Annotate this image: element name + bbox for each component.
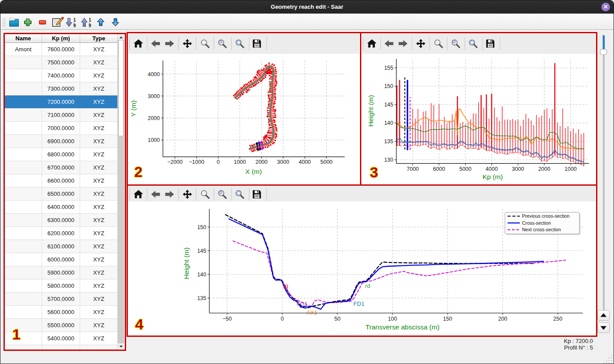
svg-text:100: 100 — [388, 316, 397, 322]
svg-text:1000: 1000 — [234, 159, 246, 165]
svg-text:4000: 4000 — [299, 159, 311, 165]
svg-text:145: 145 — [384, 102, 393, 108]
svg-text:FG1: FG1 — [296, 300, 307, 307]
svg-text:4: 4 — [135, 316, 144, 332]
svg-text:150: 150 — [197, 224, 206, 230]
svg-text:4000: 4000 — [148, 71, 160, 78]
svg-text:2000: 2000 — [255, 159, 268, 165]
svg-text:2000: 2000 — [538, 166, 550, 172]
svg-text:Kp (m): Kp (m) — [483, 173, 503, 180]
svg-text:Next cross-section: Next cross-section — [522, 227, 561, 232]
svg-text:Y (m): Y (m) — [130, 100, 137, 117]
svg-text:Cross-section: Cross-section — [522, 220, 551, 226]
svg-text:2000: 2000 — [148, 115, 160, 121]
svg-text:130: 130 — [384, 157, 393, 163]
svg-text:7000: 7000 — [406, 166, 419, 172]
svg-text:2: 2 — [134, 163, 143, 180]
svg-text:Previous cross-section: Previous cross-section — [522, 213, 570, 219]
svg-text:1000: 1000 — [565, 166, 577, 172]
svg-text:9: 9 — [74, 23, 76, 28]
svg-text:5000: 5000 — [320, 159, 332, 165]
svg-text:135: 135 — [197, 295, 206, 301]
svg-text:9: 9 — [89, 23, 92, 28]
svg-text:−50: −50 — [222, 316, 232, 322]
svg-text:6000: 6000 — [433, 166, 445, 172]
svg-text:−2000: −2000 — [167, 159, 183, 165]
svg-text:150: 150 — [384, 83, 393, 89]
svg-text:155: 155 — [384, 65, 393, 71]
svg-text:3000: 3000 — [512, 166, 524, 172]
svg-text:145: 145 — [197, 248, 206, 254]
svg-text:3: 3 — [370, 164, 378, 180]
svg-text:3000: 3000 — [148, 93, 160, 99]
svg-text:1: 1 — [74, 18, 76, 22]
svg-text:Height (m): Height (m) — [367, 95, 374, 127]
svg-text:rg: rg — [283, 283, 289, 289]
svg-text:Height (m): Height (m) — [183, 247, 190, 279]
svg-text:0: 0 — [281, 316, 284, 322]
svg-text:1: 1 — [89, 18, 92, 22]
svg-text:4000: 4000 — [486, 166, 498, 172]
svg-text:rd: rd — [365, 283, 371, 289]
svg-text:140: 140 — [384, 120, 393, 126]
svg-text:−1000: −1000 — [189, 159, 204, 165]
svg-text:140: 140 — [197, 272, 206, 278]
svg-text:3000: 3000 — [277, 159, 289, 165]
svg-text:1000: 1000 — [148, 137, 160, 143]
svg-text:250: 250 — [553, 316, 562, 322]
svg-text:X (m): X (m) — [245, 168, 262, 175]
svg-text:200: 200 — [498, 316, 507, 322]
svg-text:50: 50 — [334, 316, 340, 322]
svg-text:0: 0 — [217, 159, 220, 165]
svg-text:5000: 5000 — [459, 166, 472, 172]
svg-text:135: 135 — [384, 138, 393, 145]
svg-text:AX1: AX1 — [307, 309, 318, 316]
svg-text:150: 150 — [443, 316, 452, 322]
svg-text:FD1: FD1 — [353, 300, 365, 307]
svg-text:Transverse abscissa (m): Transverse abscissa (m) — [365, 323, 439, 331]
